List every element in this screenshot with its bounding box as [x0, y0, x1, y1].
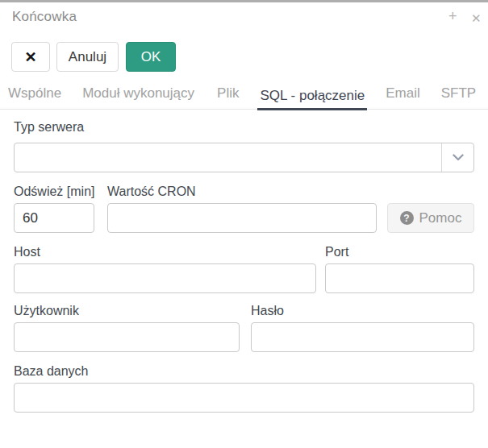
tab-email[interactable]: Email [383, 85, 423, 110]
tab-sql-polaczenie[interactable]: SQL - połączenie [257, 88, 367, 110]
cron-input[interactable] [107, 203, 377, 233]
typ-serwera-select[interactable] [14, 143, 474, 172]
dialog-koncowka: Końcowka + ✕ ✕ Anuluj OK Wspólne Moduł w… [0, 0, 488, 448]
help-button-label: Pomoc [419, 210, 462, 226]
question-mark-icon: ? [400, 211, 414, 225]
help-button[interactable]: ? Pomoc [387, 203, 474, 233]
uzytkownik-input[interactable] [14, 322, 240, 352]
window-title: Końcowka [12, 9, 77, 25]
odswiez-input[interactable] [14, 203, 94, 233]
chevron-down-icon [441, 143, 473, 172]
port-input[interactable] [325, 263, 474, 293]
tab-sftp[interactable]: SFTP [439, 85, 478, 110]
cancel-button[interactable]: Anuluj [56, 42, 119, 72]
typ-serwera-label: Typ serwera [14, 120, 84, 135]
ok-button[interactable]: OK [126, 42, 176, 72]
tab-wspolne[interactable]: Wspólne [6, 85, 64, 110]
cron-label: Wartość CRON [107, 185, 196, 199]
uzytkownik-label: Użytkownik [14, 304, 79, 318]
tab-strip: Wspólne Moduł wykonujący Plik SQL - połą… [0, 85, 488, 110]
haslo-input[interactable] [251, 322, 474, 352]
maximize-icon[interactable]: + [448, 8, 457, 24]
baza-danych-label: Baza danych [14, 364, 89, 379]
host-input[interactable] [14, 263, 316, 293]
haslo-label: Hasło [251, 304, 284, 318]
odswiez-label: Odśwież [min] [14, 185, 94, 199]
typ-serwera-value [23, 143, 440, 172]
window-top-edge [0, 0, 488, 2]
close-icon[interactable]: ✕ [471, 10, 482, 27]
host-label: Host [14, 245, 40, 259]
tab-modul-wykonujacy[interactable]: Moduł wykonujący [80, 85, 197, 110]
tab-plik[interactable]: Plik [215, 85, 241, 110]
port-label: Port [325, 245, 348, 259]
baza-danych-input[interactable] [14, 383, 474, 413]
close-button[interactable]: ✕ [11, 42, 50, 72]
